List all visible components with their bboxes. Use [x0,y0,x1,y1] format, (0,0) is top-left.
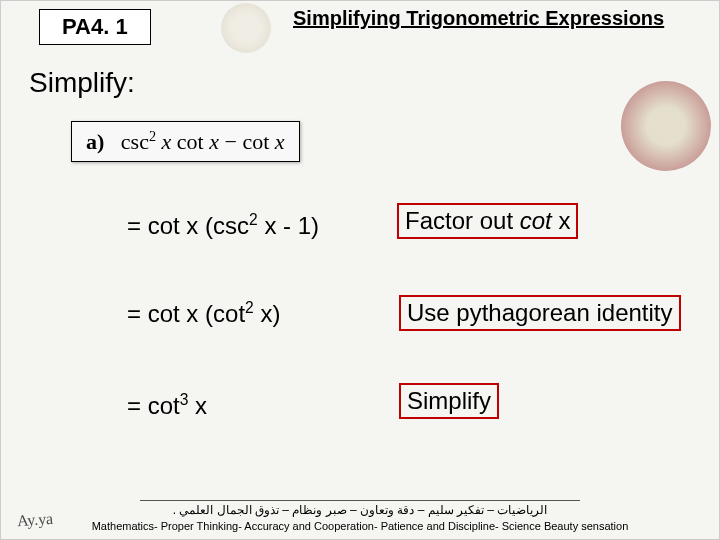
prompt-label: Simplify: [29,67,135,99]
step-2-expression: = cot x (cot2 x) [127,299,280,328]
step-1-hint: Factor out cot x [397,203,578,239]
footer-arabic: الرياضيات – تفكير سليم – دقة وتعاون – صب… [140,500,580,519]
step-2-hint: Use pythagorean identity [399,295,681,331]
problem-box: a) csc2 x cot x − cot x [71,121,300,162]
problem-label: a) [86,129,104,154]
footer-english: Mathematics- Proper Thinking- Accuracy a… [1,519,719,533]
step-3-hint: Simplify [399,383,499,419]
step-3-expression: = cot3 x [127,391,207,420]
step-1-expression: = cot x (csc2 x - 1) [127,211,319,240]
footer: الرياضيات – تفكير سليم – دقة وتعاون – صب… [1,500,719,533]
small-logo [221,3,271,53]
slide-title: Simplifying Trigonometric Expressions [293,7,664,30]
large-logo [621,81,711,171]
problem-expression: csc2 x cot x − cot x [121,129,285,154]
lesson-code: PA4. 1 [39,9,151,45]
